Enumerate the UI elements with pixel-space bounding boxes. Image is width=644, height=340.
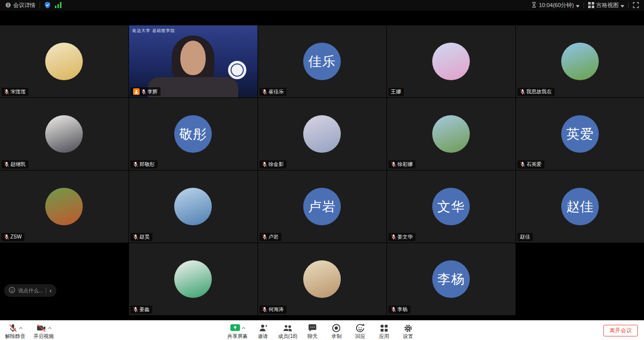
participant-name-text: ZSW (11, 234, 22, 240)
invite-button[interactable]: 邀请 (254, 323, 272, 339)
video-tile[interactable]: 李杨李杨 (387, 243, 516, 315)
participant-name-text: 何海涛 (269, 307, 284, 313)
start-video-button[interactable]: 开启视频 (34, 323, 54, 339)
reaction-button[interactable]: 回应 (351, 323, 369, 339)
unmute-button[interactable]: 解除静音 (5, 323, 25, 339)
settings-button[interactable]: 设置 (399, 323, 416, 339)
reaction-label: 回应 (355, 333, 365, 339)
university-emblem-ring (231, 63, 244, 77)
divider (40, 3, 40, 8)
top-bar-left: 会议详情 (5, 2, 61, 10)
participant-name-label: 宋莲莲 (2, 88, 28, 96)
mic-muted-icon (391, 307, 396, 313)
security-shield-icon[interactable] (44, 2, 51, 10)
participant-name-label: 姜鑫 (131, 305, 152, 314)
participant-avatar (303, 260, 341, 298)
participant-avatar (303, 115, 341, 153)
participant-name-label: 何海涛 (260, 305, 286, 314)
participant-name-text: 我思故我在 (527, 89, 552, 95)
video-tile[interactable]: 卢岩卢岩 (258, 171, 387, 243)
share-screen-button[interactable]: 共享屏幕 (228, 323, 248, 339)
participant-video-person (180, 41, 206, 75)
participant-name-label: 卢岩 (260, 233, 281, 241)
video-tile[interactable]: 延边大学 基础医学院李辉 (129, 25, 257, 97)
participant-name-text: 崔佳乐 (269, 89, 284, 95)
video-tile[interactable]: ZSW (0, 171, 128, 243)
participant-avatar: 英爱 (561, 115, 599, 153)
apps-grid-icon (380, 323, 389, 333)
members-button[interactable]: 成员(18) (278, 323, 298, 339)
mic-muted-icon (391, 234, 396, 240)
participant-name-text: 徐彩娜 (398, 161, 413, 167)
chevron-down-icon (576, 3, 579, 9)
participant-name-text: 姜鑫 (140, 307, 150, 313)
video-tile[interactable]: 徐彩娜 (387, 98, 516, 170)
participant-name-text: 赵昊 (140, 234, 150, 240)
participant-name-text: 赵继凯 (11, 161, 26, 167)
video-area: 宋莲莲延边大学 基础医学院李辉佳乐崔佳乐王娜我思故我在赵继凯敬彤郑敬彤徐金影徐彩… (0, 11, 644, 321)
video-tile[interactable]: 我思故我在 (516, 25, 644, 97)
chevron-up-icon[interactable] (48, 327, 52, 329)
top-bar-right: 10:04(60分钟) 宫格视图 (531, 2, 639, 9)
emoji-icon[interactable] (9, 287, 15, 294)
collapse-chevron-left-icon[interactable]: ‹ (49, 287, 51, 294)
video-tile[interactable]: 宋莲莲 (0, 25, 128, 97)
chevron-up-icon[interactable] (241, 327, 245, 329)
video-tile[interactable]: 王娜 (387, 25, 516, 97)
mic-muted-icon (133, 234, 138, 240)
mic-muted-icon (133, 161, 138, 167)
video-tile[interactable]: 赵继凯 (0, 98, 128, 170)
mic-muted-icon (391, 161, 396, 167)
record-icon (332, 323, 341, 333)
video-tile[interactable]: 敬彤郑敬彤 (129, 98, 257, 170)
network-signal-icon[interactable] (55, 2, 61, 9)
participant-name-text: 石英爱 (527, 161, 542, 167)
participant-name-label: 王娜 (389, 88, 404, 96)
participant-avatar (45, 115, 83, 153)
video-tile[interactable]: 徐金影 (258, 98, 387, 170)
reaction-icon (356, 323, 365, 333)
quick-chat-bar[interactable]: 说点什么... ‹ (4, 284, 56, 297)
meeting-duration-dropdown[interactable]: 10:04(60分钟) (531, 2, 579, 9)
mic-muted-icon (262, 307, 267, 313)
video-tile[interactable]: 佳乐崔佳乐 (258, 25, 387, 97)
participant-avatar (561, 43, 599, 80)
participant-name-label: 赵继凯 (2, 160, 28, 168)
video-tile[interactable]: 何海涛 (258, 243, 387, 315)
participant-name-text: 李辉 (148, 89, 158, 95)
view-mode-dropdown[interactable]: 宫格视图 (588, 2, 624, 9)
video-tile[interactable]: 赵昊 (129, 171, 257, 243)
participant-name-label: 郑敬彤 (131, 160, 157, 168)
record-button[interactable]: 录制 (328, 323, 345, 339)
video-tile[interactable]: 文华姜文华 (387, 171, 516, 243)
participant-name-text: 李杨 (398, 307, 408, 313)
fullscreen-icon[interactable] (633, 2, 639, 9)
apps-button[interactable]: 应用 (375, 323, 393, 339)
participant-avatar: 佳乐 (303, 43, 341, 80)
host-badge-icon (133, 88, 140, 95)
invite-label: 邀请 (258, 333, 268, 339)
members-label: 成员(18) (278, 333, 298, 339)
mic-muted-icon (4, 89, 9, 95)
gear-icon (403, 323, 412, 333)
chat-input-placeholder[interactable]: 说点什么... (18, 287, 43, 294)
mic-muted-icon (262, 89, 267, 95)
participant-name-label: 李辉 (131, 87, 160, 96)
video-tile[interactable]: 赵佳赵佳 (516, 171, 644, 243)
chevron-up-icon[interactable] (19, 327, 23, 329)
meeting-details-label: 会议详情 (13, 2, 36, 9)
video-tile[interactable]: 英爱石英爱 (516, 98, 644, 170)
mic-muted-icon (4, 234, 9, 240)
meeting-details-button[interactable]: 会议详情 (5, 2, 36, 9)
participant-video-person (148, 77, 238, 97)
apps-label: 应用 (379, 333, 389, 339)
chat-bubble-icon (308, 323, 317, 333)
chat-button[interactable]: 聊天 (304, 323, 321, 339)
camera-off-icon (36, 323, 47, 333)
participant-avatar: 敬彤 (174, 115, 212, 153)
participant-name-label: 赵佳 (518, 233, 533, 241)
grid-view-icon (588, 2, 594, 9)
video-tile[interactable]: 姜鑫 (129, 243, 257, 315)
divider (628, 3, 629, 8)
leave-meeting-button[interactable]: 离开会议 (603, 325, 638, 336)
